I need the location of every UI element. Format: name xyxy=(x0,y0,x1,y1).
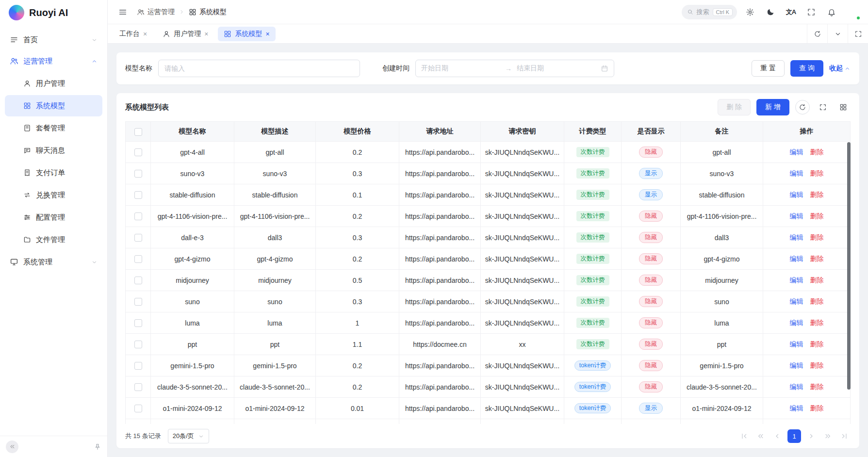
tab-workbench[interactable]: 工作台 × xyxy=(114,27,153,41)
delete-link[interactable]: 删除 xyxy=(810,361,824,369)
row-checkbox[interactable] xyxy=(134,191,142,199)
edit-link[interactable]: 编辑 xyxy=(790,404,803,412)
breadcrumb-item-system-model[interactable]: 系统模型 xyxy=(189,8,227,16)
edit-link[interactable]: 编辑 xyxy=(790,255,803,262)
pin-icon[interactable] xyxy=(94,443,101,451)
edit-link[interactable]: 编辑 xyxy=(790,361,803,369)
sidebar-subitem-4[interactable]: 支付订单 xyxy=(5,162,102,183)
row-checkbox[interactable] xyxy=(134,362,142,370)
reset-button[interactable]: 重 置 xyxy=(752,60,785,77)
column-settings-button[interactable] xyxy=(836,100,851,114)
sidebar-subitem-7[interactable]: 文件管理 xyxy=(5,229,102,250)
page-number-1[interactable]: 1 xyxy=(787,429,801,443)
sidebar-subitem-3[interactable]: 聊天消息 xyxy=(5,140,102,161)
dark-mode-button[interactable] xyxy=(763,5,778,19)
model-name-input[interactable] xyxy=(158,60,360,77)
table-row: sunosuno0.3https://api.pandarobo...sk-JI… xyxy=(126,291,851,312)
row-checkbox[interactable] xyxy=(134,255,142,263)
prev-page-button[interactable] xyxy=(771,430,784,442)
global-search[interactable]: 搜索 Ctrl K xyxy=(682,5,737,19)
edit-link[interactable]: 编辑 xyxy=(790,148,803,156)
sidebar-item-home[interactable]: 首页 xyxy=(5,29,102,50)
hamburger-menu-button[interactable] xyxy=(115,5,130,19)
user-avatar[interactable] xyxy=(845,4,860,20)
row-checkbox[interactable] xyxy=(134,341,142,348)
vertical-scrollbar[interactable] xyxy=(847,142,851,390)
delete-link[interactable]: 删除 xyxy=(810,383,824,391)
logo-icon xyxy=(9,5,24,20)
add-button[interactable]: 新 增 xyxy=(756,99,789,115)
row-checkbox[interactable] xyxy=(134,298,142,306)
edit-link[interactable]: 编辑 xyxy=(790,383,803,391)
edit-link[interactable]: 编辑 xyxy=(790,319,803,326)
tab-user-management[interactable]: 用户管理 × xyxy=(157,27,214,41)
row-checkbox[interactable] xyxy=(134,319,142,327)
edit-link[interactable]: 编辑 xyxy=(790,233,803,241)
edit-link[interactable]: 编辑 xyxy=(790,212,803,220)
delete-link[interactable]: 删除 xyxy=(810,340,824,348)
page-size-select[interactable]: 20条/页 xyxy=(168,429,209,443)
chevrons-left-icon xyxy=(9,443,16,450)
sidebar-subitem-1[interactable]: 系统模型 xyxy=(5,95,102,116)
sidebar-subitem-2[interactable]: 套餐管理 xyxy=(5,117,102,139)
table-refresh-button[interactable] xyxy=(795,100,810,114)
tab-options-button[interactable] xyxy=(827,24,848,43)
delete-link[interactable]: 删除 xyxy=(810,191,824,198)
calendar-icon xyxy=(601,65,608,72)
close-icon[interactable]: × xyxy=(143,31,147,37)
delete-link[interactable]: 删除 xyxy=(810,404,824,412)
row-checkbox[interactable] xyxy=(134,277,142,284)
fullscreen-button[interactable] xyxy=(804,5,819,19)
tab-system-model[interactable]: 系统模型 × xyxy=(218,27,275,41)
table-fullscreen-button[interactable] xyxy=(816,100,830,114)
logo[interactable]: Ruoyi AI xyxy=(0,0,107,25)
edit-link[interactable]: 编辑 xyxy=(790,191,803,198)
settings-button[interactable] xyxy=(743,5,757,19)
delete-link[interactable]: 删除 xyxy=(810,148,824,156)
column-header-model-price: 模型价格 xyxy=(316,122,399,142)
sidebar-subitem-0[interactable]: 用户管理 xyxy=(5,73,102,94)
content-fullscreen-button[interactable] xyxy=(848,24,868,43)
edit-link[interactable]: 编辑 xyxy=(790,340,803,348)
edit-link[interactable]: 编辑 xyxy=(790,297,803,305)
row-checkbox[interactable] xyxy=(134,234,142,242)
first-page-button[interactable] xyxy=(738,430,751,442)
fast-forward-button[interactable] xyxy=(821,430,834,442)
language-button[interactable]: 文A xyxy=(784,5,798,19)
sidebar-collapse-button[interactable] xyxy=(6,441,18,453)
breadcrumb-item-operations[interactable]: 运营管理 xyxy=(137,8,175,16)
delete-link[interactable]: 删除 xyxy=(810,319,824,326)
notifications-button[interactable] xyxy=(824,5,839,19)
row-checkbox[interactable] xyxy=(134,383,142,391)
edit-link[interactable]: 编辑 xyxy=(790,276,803,284)
refresh-tab-button[interactable] xyxy=(807,24,827,43)
sidebar-item-operations[interactable]: 运营管理 xyxy=(5,50,102,72)
sidebar-subitem-5[interactable]: 兑换管理 xyxy=(5,184,102,206)
row-checkbox[interactable] xyxy=(134,212,142,220)
next-page-button[interactable] xyxy=(805,430,818,442)
select-all-checkbox[interactable] xyxy=(134,128,142,136)
date-range-picker[interactable]: 开始日期 → 结束日期 xyxy=(415,60,614,77)
row-checkbox[interactable] xyxy=(134,405,142,412)
bar-chevron-right-icon xyxy=(840,432,848,440)
billing-type-badge: 次数计费 xyxy=(576,232,609,243)
delete-link[interactable]: 删除 xyxy=(810,255,824,262)
delete-link[interactable]: 删除 xyxy=(810,212,824,220)
query-button[interactable]: 查 询 xyxy=(790,60,823,77)
bulk-delete-button[interactable]: 删 除 xyxy=(718,99,751,115)
close-icon[interactable]: × xyxy=(204,31,208,37)
delete-link[interactable]: 删除 xyxy=(810,276,824,284)
visibility-badge: 隐藏 xyxy=(639,232,663,243)
fast-back-button[interactable] xyxy=(754,430,767,442)
row-checkbox[interactable] xyxy=(134,170,142,178)
edit-link[interactable]: 编辑 xyxy=(790,169,803,177)
row-checkbox[interactable] xyxy=(134,148,142,156)
delete-link[interactable]: 删除 xyxy=(810,233,824,241)
last-page-button[interactable] xyxy=(838,430,851,442)
delete-link[interactable]: 删除 xyxy=(810,169,824,177)
delete-link[interactable]: 删除 xyxy=(810,297,824,305)
sidebar-item-system[interactable]: 系统管理 xyxy=(5,251,102,273)
collapse-filter-button[interactable]: 收起 xyxy=(829,64,851,73)
close-icon[interactable]: × xyxy=(265,31,269,37)
sidebar-subitem-6[interactable]: 配置管理 xyxy=(5,207,102,228)
